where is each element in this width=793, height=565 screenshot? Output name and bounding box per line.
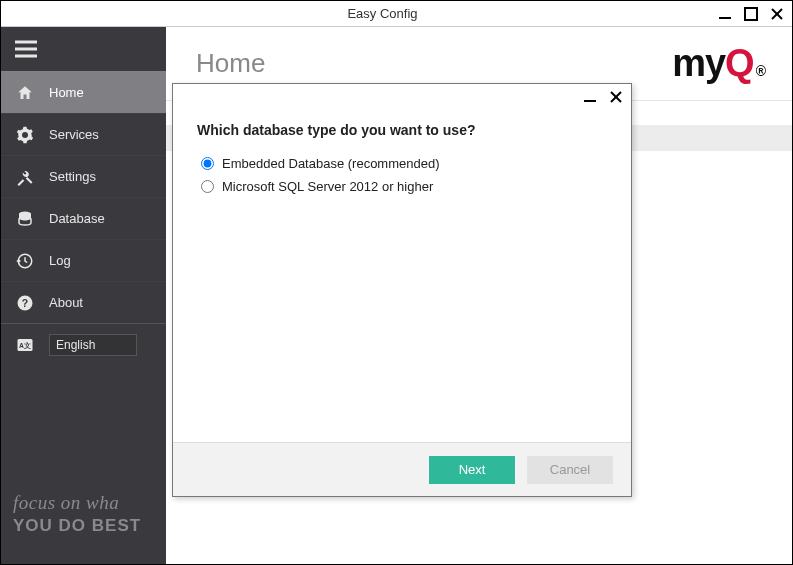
sidebar: Home Services Settings <box>1 27 166 564</box>
brand-logo: my Q ® <box>672 42 766 85</box>
content-area: Home my Q ® Whic <box>166 27 792 564</box>
sidebar-item-database[interactable]: Database <box>1 197 166 239</box>
radio-label: Microsoft SQL Server 2012 or higher <box>222 179 433 194</box>
svg-rect-1 <box>745 8 757 20</box>
sidebar-item-log[interactable]: Log <box>1 239 166 281</box>
radio-input[interactable] <box>201 180 214 193</box>
radio-option-mssql[interactable]: Microsoft SQL Server 2012 or higher <box>197 179 607 194</box>
sidebar-item-label: Database <box>49 211 105 226</box>
nav: Home Services Settings <box>1 71 166 564</box>
gear-icon <box>15 125 35 145</box>
tagline: focus on wha YOU DO BEST <box>13 492 141 536</box>
tools-icon <box>15 167 35 187</box>
next-button[interactable]: Next <box>429 456 515 484</box>
sidebar-item-label: Settings <box>49 169 96 184</box>
dialog-minimize-button[interactable] <box>581 88 599 106</box>
sidebar-item-label: Home <box>49 85 84 100</box>
tagline-line1: focus on wha <box>13 492 141 514</box>
window-title: Easy Config <box>49 6 716 21</box>
minimize-button[interactable] <box>716 5 734 23</box>
hamburger-button[interactable] <box>1 27 166 71</box>
radio-label: Embedded Database (recommended) <box>222 156 440 171</box>
window-controls <box>716 5 792 23</box>
svg-text:?: ? <box>22 296 28 308</box>
dialog-close-button[interactable] <box>607 88 625 106</box>
tagline-line2: YOU DO BEST <box>13 516 141 536</box>
language-selector[interactable]: A文 English <box>1 323 166 365</box>
dialog-body: Which database type do you want to use? … <box>173 110 631 442</box>
radio-option-embedded[interactable]: Embedded Database (recommended) <box>197 156 607 171</box>
dialog-titlebar <box>173 84 631 110</box>
maximize-button[interactable] <box>742 5 760 23</box>
question-icon: ? <box>15 293 35 313</box>
sidebar-item-label: About <box>49 295 83 310</box>
sidebar-item-home[interactable]: Home <box>1 71 166 113</box>
titlebar: Easy Config <box>1 1 792 27</box>
sidebar-item-label: Log <box>49 253 71 268</box>
app-window: Easy Config Home <box>0 0 793 565</box>
sidebar-item-services[interactable]: Services <box>1 113 166 155</box>
language-icon: A文 <box>15 335 35 355</box>
sidebar-item-settings[interactable]: Settings <box>1 155 166 197</box>
database-type-dialog: Which database type do you want to use? … <box>172 83 632 497</box>
svg-text:A文: A文 <box>19 341 31 350</box>
app-body: Home Services Settings <box>1 27 792 564</box>
sidebar-item-about[interactable]: ? About <box>1 281 166 323</box>
radio-input[interactable] <box>201 157 214 170</box>
language-dropdown[interactable]: English <box>49 334 137 356</box>
dialog-question: Which database type do you want to use? <box>197 122 607 138</box>
page-title: Home <box>196 48 672 79</box>
sidebar-item-label: Services <box>49 127 99 142</box>
dialog-footer: Next Cancel <box>173 442 631 496</box>
history-icon <box>15 251 35 271</box>
database-icon <box>15 209 35 229</box>
cancel-button[interactable]: Cancel <box>527 456 613 484</box>
home-icon <box>15 83 35 103</box>
close-button[interactable] <box>768 5 786 23</box>
